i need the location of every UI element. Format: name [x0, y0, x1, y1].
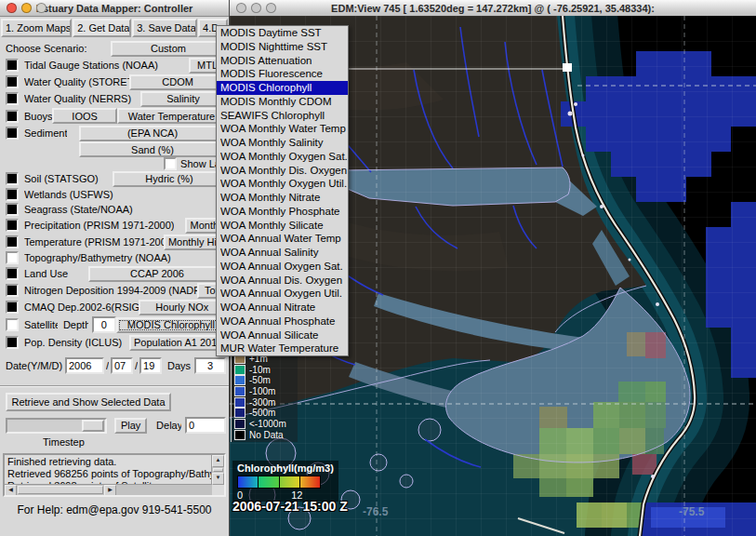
- menu-item[interactable]: MUR Water Temperature: [217, 342, 348, 355]
- year-input[interactable]: [65, 357, 104, 374]
- menu-item[interactable]: MODIS Daytime SST: [217, 26, 348, 40]
- close-icon[interactable]: [7, 3, 17, 13]
- checkbox-cmaq[interactable]: [6, 301, 19, 314]
- zoom-icon[interactable]: [36, 3, 46, 13]
- row-label: Temperature (PRISM 1971-2000): [24, 236, 164, 248]
- depth-legend-label: -500m: [249, 408, 275, 418]
- sediment-source-button[interactable]: (EPA NCA): [79, 126, 226, 141]
- checkbox-satellite[interactable]: [6, 318, 19, 331]
- menu-item[interactable]: WOA Annual Dis. Oxygen: [217, 274, 348, 288]
- checkbox-temperature[interactable]: [6, 235, 19, 248]
- menu-item[interactable]: WOA Annual Oxygen Sat.: [217, 260, 348, 274]
- land-use-button[interactable]: CCAP 2006: [88, 266, 226, 282]
- depth-legend-row: No Data: [234, 430, 298, 441]
- month-input[interactable]: [111, 357, 133, 374]
- storet-variable-button[interactable]: CDOM: [129, 74, 226, 90]
- menu-item[interactable]: WOA Annual Salinity: [217, 246, 348, 260]
- zoom-icon[interactable]: [266, 3, 276, 13]
- tab-zoom-maps[interactable]: 1. Zoom Maps: [1, 19, 72, 37]
- row-label: Pop. Density (ICLUS): [24, 337, 122, 348]
- menu-item[interactable]: WOA Monthly Silicate: [217, 219, 348, 233]
- menu-item[interactable]: WOA Monthly Nitrate: [217, 191, 348, 205]
- scroll-down-icon[interactable]: ▼: [212, 473, 224, 485]
- menu-item[interactable]: WOA Annual Phosphate: [217, 315, 348, 328]
- checkbox-seagrass[interactable]: [6, 203, 19, 216]
- depth-input[interactable]: [92, 316, 116, 333]
- scenario-button[interactable]: Custom: [111, 41, 226, 57]
- minimize-icon[interactable]: [21, 3, 32, 13]
- horizontal-scrollbar[interactable]: ◀ ▶: [5, 484, 212, 495]
- menu-item[interactable]: MODIS Chlorophyll: [217, 81, 348, 95]
- menu-item[interactable]: WOA Monthly Salinity: [217, 136, 348, 150]
- menu-item[interactable]: MODIS Monthly CDOM: [217, 95, 348, 109]
- menu-item[interactable]: MODIS Fluorescence: [217, 67, 348, 81]
- days-input[interactable]: [194, 357, 226, 374]
- menu-item[interactable]: WOA Annual Nitrate: [217, 301, 348, 315]
- scroll-right-icon[interactable]: ▶: [104, 485, 116, 496]
- depth-legend-row: -100m: [234, 386, 298, 397]
- play-button[interactable]: Play: [114, 418, 147, 434]
- menu-item[interactable]: MODIS Nighttime SST: [217, 40, 348, 54]
- row-label: Water Quality (STORET): [24, 76, 129, 87]
- menu-item[interactable]: WOA Monthly Oxygen Sat.: [217, 150, 348, 164]
- checkbox-topography[interactable]: [6, 251, 19, 264]
- buoys-variable-button[interactable]: Water Temperature: [117, 108, 226, 124]
- buoys-source-button[interactable]: IOOS: [52, 108, 117, 124]
- menu-item[interactable]: WOA Monthly Dis. Oxygen: [217, 164, 348, 178]
- menu-item[interactable]: WOA Annual Silicate: [217, 328, 348, 342]
- row-label: Water Quality (NERRS): [24, 93, 131, 104]
- horizontal-scroll-thumb[interactable]: [18, 486, 103, 494]
- menu-item[interactable]: WOA Annual Water Temp: [217, 232, 348, 246]
- checkbox-nerrs[interactable]: [6, 92, 19, 105]
- minimize-icon[interactable]: [251, 3, 261, 13]
- depth-legend-swatch: [234, 419, 245, 429]
- menu-item[interactable]: WOA Annual Oxygen Util.: [217, 287, 348, 301]
- menu-item[interactable]: WOA Monthly Phosphate: [217, 205, 348, 219]
- checkbox-tidal-gauge[interactable]: [6, 59, 19, 72]
- controller-titlebar[interactable]: Estuary Data Mapper: Controller: [0, 0, 229, 17]
- sediment-variable-button[interactable]: Sand (%): [79, 141, 226, 157]
- row-label: Satellite: [24, 319, 58, 330]
- cmaq-variable-button[interactable]: Hourly NOx: [139, 300, 226, 315]
- day-input[interactable]: [139, 357, 162, 374]
- checkbox-sediment[interactable]: [6, 127, 19, 140]
- checkbox-land-use[interactable]: [6, 267, 19, 280]
- delay-input[interactable]: [185, 417, 226, 434]
- chlorophyll-colorbar: [237, 476, 321, 489]
- checkbox-pop-density[interactable]: [6, 336, 19, 349]
- soil-variable-button[interactable]: Hydric (%): [113, 171, 226, 187]
- vertical-scrollbar[interactable]: ▲ ▼: [211, 455, 224, 485]
- menu-item[interactable]: WOA Monthly Oxygen Util.: [217, 177, 348, 191]
- close-icon[interactable]: [236, 3, 246, 13]
- checkbox-soil[interactable]: [6, 172, 19, 185]
- satellite-variable-button[interactable]: MODIS Chlorophyll: [116, 317, 226, 333]
- timestep-slider[interactable]: [6, 418, 107, 434]
- checkbox-buoys[interactable]: [6, 110, 19, 123]
- status-log[interactable]: Finished retrieving data. Retrieved 9682…: [3, 453, 226, 497]
- menu-item[interactable]: WOA Monthly Water Temp: [217, 122, 348, 136]
- tab-save-data[interactable]: 3. Save Data: [132, 19, 197, 37]
- checkbox-precipitation[interactable]: [6, 219, 19, 232]
- menu-item[interactable]: MODIS Attenuation: [217, 54, 348, 68]
- scenario-label: Choose Scenario:: [6, 43, 86, 54]
- vertical-scroll-thumb[interactable]: [213, 468, 223, 472]
- checkbox-show-labels[interactable]: [164, 157, 177, 170]
- timestep-slider-thumb[interactable]: [82, 420, 104, 432]
- scroll-up-icon[interactable]: ▲: [212, 455, 224, 467]
- checkbox-nitrogen-deposition[interactable]: [6, 284, 19, 297]
- chlorophyll-legend-title: Chlorophyll(mg/m3): [237, 462, 334, 474]
- menu-item[interactable]: SEAWIFS Chlorophyll: [217, 109, 348, 123]
- depth-legend-swatch: [234, 397, 245, 408]
- row-label: Topography/Bathymetry (NOAA): [24, 252, 171, 263]
- checkbox-wetlands[interactable]: [6, 188, 19, 201]
- nerrs-variable-button[interactable]: Salinity: [140, 91, 226, 107]
- pop-density-button[interactable]: Population A1 2010: [129, 335, 226, 351]
- chlorophyll-legend: Chlorophyll(mg/m3) 0 12: [232, 461, 338, 502]
- checkbox-storet[interactable]: [6, 75, 19, 88]
- map-titlebar[interactable]: EDM:View 745 [ 1.63520deg = 147.272km] @…: [230, 0, 756, 17]
- scroll-left-icon[interactable]: ◀: [5, 485, 17, 496]
- depth-legend-swatch: [234, 430, 245, 440]
- tab-get-data[interactable]: 2. Get Data: [73, 19, 131, 37]
- retrieve-button[interactable]: Retrieve and Show Selected Data: [6, 393, 171, 411]
- depth-legend-swatch: [234, 375, 245, 385]
